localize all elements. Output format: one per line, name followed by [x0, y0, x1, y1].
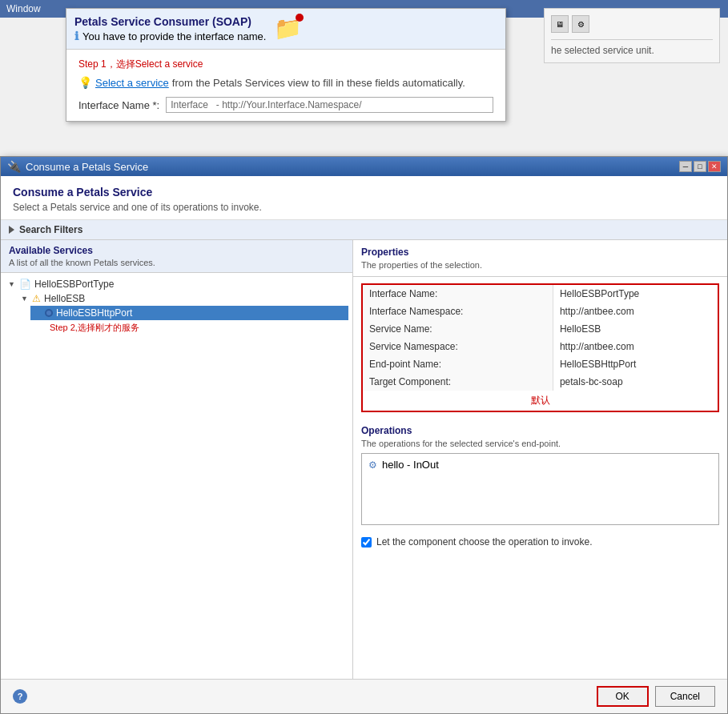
stub-text: he selected service unit.	[551, 39, 713, 56]
dialog-heading-area: Consume a Petals Service Select a Petals…	[1, 176, 727, 220]
prop-key: Service Name:	[362, 320, 553, 338]
tree-item-helloESBHttpPort[interactable]: HelloESBHttpPort	[30, 306, 348, 320]
dialog-main-area: Available Services A list of all the kno…	[1, 240, 727, 679]
props-title: Properties	[361, 247, 719, 258]
cancel-button[interactable]: Cancel	[655, 686, 715, 707]
collapse-icon-2: ▼	[21, 295, 29, 303]
folder-badge	[296, 14, 304, 22]
prop-val: http://antbee.com	[553, 303, 718, 320]
right-stub-panel: 🖥 ⚙ he selected service unit.	[544, 8, 720, 63]
collapse-icon-1: ▼	[8, 280, 16, 288]
eclipse-menu-window[interactable]: Window	[6, 3, 41, 14]
table-row: Interface Name: HelloESBPortType	[362, 284, 718, 303]
checkbox-row: Let the component choose the operation t…	[353, 531, 727, 552]
dialog-title-icon: 🔌	[7, 160, 21, 173]
ops-item-icon: ⚙	[368, 459, 377, 471]
prop-val: petals-bc-soap	[553, 373, 718, 391]
available-services-subtitle: A list of all the known Petals services.	[9, 258, 344, 267]
table-row: End-point Name: HelloESBHttpPort	[362, 355, 718, 373]
services-tree: ▼ 📄 HelloESBPortType ▼ ⚠ HelloESB H	[1, 273, 352, 679]
warning-icon-2: ⚠	[32, 293, 41, 304]
props-section-header: Properties The properties of the selecti…	[353, 240, 727, 277]
props-subtitle: The properties of the selection.	[361, 260, 719, 270]
available-services-panel: Available Services A list of all the kno…	[1, 240, 353, 679]
dialog-titlebar-text: 🔌 Consume a Petals Service	[7, 160, 148, 173]
prop-key: End-point Name:	[362, 355, 553, 373]
soap-info-row: ℹ You have to provide the interface name…	[74, 30, 266, 42]
tree-label-1: HelloESBPortType	[34, 279, 114, 290]
ops-item-label: hello - InOut	[382, 459, 439, 471]
info-icon: ℹ	[74, 30, 78, 42]
dialog-main-title: Consume a Petals Service	[13, 186, 715, 199]
available-services-header: Available Services A list of all the kno…	[1, 240, 352, 273]
soap-panel: Petals Service Consumer (SOAP) ℹ You hav…	[66, 8, 506, 122]
properties-panel: Properties The properties of the selecti…	[353, 240, 727, 679]
default-note-row: 默认	[362, 391, 718, 411]
help-icon[interactable]: ?	[13, 689, 27, 704]
checkbox-label: Let the component choose the operation t…	[376, 536, 593, 548]
choose-operation-checkbox[interactable]	[361, 537, 372, 548]
available-services-title: Available Services	[9, 245, 344, 256]
ok-button[interactable]: OK	[597, 686, 649, 707]
dialog-title-label: Consume a Petals Service	[26, 161, 148, 173]
prop-key: Interface Namespace:	[362, 303, 553, 320]
table-row: Service Namespace: http://antbee.com	[362, 338, 718, 355]
lightbulb-icon: 💡	[78, 76, 92, 89]
ops-item-hello[interactable]: ⚙ hello - InOut	[365, 457, 715, 472]
ops-title: Operations	[361, 425, 719, 436]
interface-row: Interface Name *:	[78, 97, 493, 113]
circle-icon-3	[45, 309, 53, 317]
default-note: 默认	[362, 391, 718, 411]
service-link-text: from the Petals Services view to fill in…	[172, 77, 465, 89]
prop-key: Interface Name:	[362, 284, 553, 303]
close-button[interactable]: ✕	[708, 161, 721, 172]
step2-text: Step 2,选择刚才的服务	[50, 322, 139, 334]
prop-val: HelloESBHttpPort	[553, 355, 718, 373]
operations-section: Operations The operations for the select…	[353, 419, 727, 531]
minimize-button[interactable]: ─	[679, 161, 692, 172]
prop-key: Service Namespace:	[362, 338, 553, 355]
step1-text: Step 1，选择Select a service	[78, 58, 493, 71]
table-row: Interface Namespace: http://antbee.com	[362, 303, 718, 320]
dialog-content: Consume a Petals Service Select a Petals…	[1, 176, 727, 679]
tree-label-3: HelloESBHttpPort	[56, 307, 132, 319]
interface-label: Interface Name *:	[78, 99, 159, 111]
service-link-row: 💡 Select a service from the Petals Servi…	[78, 76, 493, 89]
select-service-link[interactable]: Select a service	[95, 77, 169, 89]
tree-item-helloESB[interactable]: ▼ ⚠ HelloESB	[18, 291, 348, 306]
dialog-subtitle: Select a Petals service and one of its o…	[13, 202, 715, 213]
prop-val: HelloESB	[553, 320, 718, 338]
dialog-footer: ? OK Cancel	[1, 679, 727, 713]
properties-table: Interface Name: HelloESBPortType Interfa…	[361, 283, 719, 412]
table-row: Target Component: petals-bc-soap	[362, 373, 718, 391]
prop-key: Target Component:	[362, 373, 553, 391]
interface-input[interactable]	[166, 97, 493, 113]
footer-buttons: OK Cancel	[597, 686, 715, 707]
search-filters-bar[interactable]: Search Filters	[1, 220, 727, 240]
tree-item-step2: Step 2,选择刚才的服务	[43, 320, 348, 335]
expand-icon	[9, 226, 14, 234]
tree-label-2: HelloESB	[44, 293, 85, 304]
table-row: Service Name: HelloESB	[362, 320, 718, 338]
operations-list: ⚙ hello - InOut	[361, 453, 719, 525]
tree-item-helloESBPortType[interactable]: ▼ 📄 HelloESBPortType	[5, 277, 348, 291]
prop-val: http://antbee.com	[553, 338, 718, 355]
prop-val: HelloESBPortType	[553, 284, 718, 303]
filters-label: Search Filters	[19, 224, 82, 235]
maximize-button[interactable]: □	[694, 161, 706, 172]
icon-bar: 🖥 ⚙	[551, 15, 713, 33]
gear-icon-btn[interactable]: ⚙	[572, 15, 589, 33]
main-dialog: 🔌 Consume a Petals Service ─ □ ✕ Consume…	[0, 156, 728, 714]
monitor-icon-btn[interactable]: 🖥	[551, 15, 569, 33]
folder-icon-container: 📁	[274, 15, 302, 42]
titlebar-controls: ─ □ ✕	[679, 161, 721, 172]
soap-panel-header: Petals Service Consumer (SOAP) ℹ You hav…	[66, 9, 505, 50]
soap-panel-body: Step 1，选择Select a service 💡 Select a ser…	[66, 50, 505, 121]
soap-panel-title: Petals Service Consumer (SOAP)	[74, 15, 266, 28]
soap-info-text: You have to provide the interface name.	[82, 30, 266, 42]
file-icon-1: 📄	[19, 279, 31, 290]
dialog-titlebar: 🔌 Consume a Petals Service ─ □ ✕	[1, 157, 727, 176]
ops-subtitle: The operations for the selected service'…	[361, 439, 719, 448]
